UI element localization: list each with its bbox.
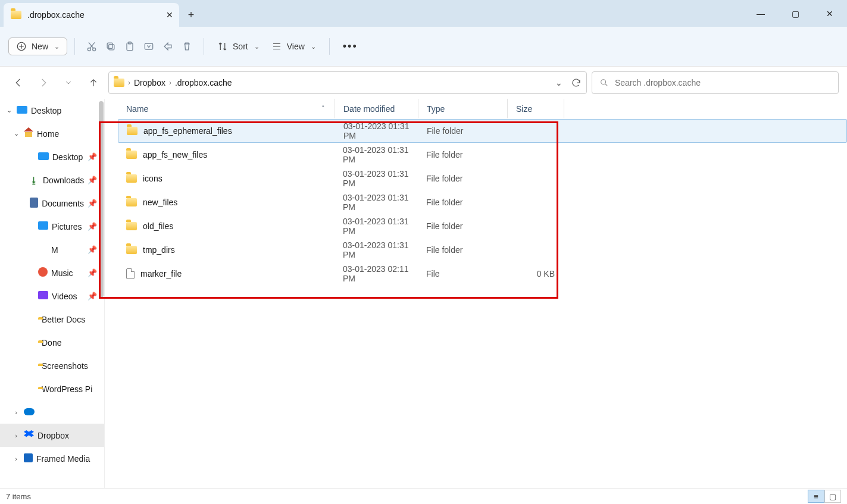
new-tab-button[interactable]: + [179, 3, 203, 27]
copy-button[interactable] [101, 37, 120, 56]
chevron-right-icon: › [12, 432, 20, 439]
sort-button[interactable]: Sort ⌄ [211, 37, 265, 55]
new-button[interactable]: New ⌄ [8, 37, 67, 55]
chevron-down-icon: ⌄ [254, 43, 260, 51]
column-header-type[interactable]: Type [418, 99, 507, 118]
up-button[interactable] [83, 73, 104, 93]
plus-circle-icon [16, 41, 27, 52]
sidebar-item[interactable]: Screenshots [0, 354, 104, 377]
pin-icon: 📌 [87, 245, 97, 254]
file-name: marker_file [140, 269, 182, 278]
svg-rect-3 [109, 45, 114, 50]
folder-icon [126, 151, 137, 159]
search-input[interactable] [615, 78, 831, 87]
sidebar: ⌄Desktop⌄HomeDesktop📌⭳Downloads📌Document… [0, 99, 104, 488]
minimize-button[interactable]: — [743, 0, 778, 27]
cut-button[interactable] [82, 37, 101, 56]
file-row[interactable]: app_fs_ephemeral_files03-01-2023 01:31 P… [118, 119, 847, 143]
svg-point-1 [87, 48, 90, 51]
file-name: icons [143, 174, 162, 183]
scroll-thumb[interactable] [99, 101, 104, 298]
forward-button[interactable] [33, 73, 54, 93]
chevron-down-icon[interactable]: ⌄ [555, 78, 562, 87]
sidebar-item-label: Better Docs [42, 315, 85, 324]
sidebar-item[interactable]: Done [0, 331, 104, 354]
sidebar-item[interactable]: Desktop📌 [0, 145, 104, 168]
sidebar-scrollbar[interactable] [98, 99, 104, 488]
close-tab-button[interactable]: ✕ [166, 10, 173, 20]
view-details-button[interactable]: ≡ [808, 490, 824, 503]
sidebar-item[interactable]: ⭳Downloads📌 [0, 168, 104, 192]
chevron-right-icon: › [169, 79, 171, 87]
sidebar-item[interactable]: Videos📌 [0, 284, 104, 308]
sidebar-item[interactable]: ⌄Desktop [0, 99, 104, 122]
view-thumbnails-button[interactable]: ▢ [824, 490, 841, 503]
svg-rect-4 [107, 43, 112, 48]
column-header-name[interactable]: Name [118, 99, 312, 118]
sidebar-item[interactable]: › [0, 400, 104, 424]
sidebar-item-icon [24, 408, 35, 417]
sidebar-item[interactable]: Music📌 [0, 261, 104, 284]
sidebar-item[interactable]: M📌 [0, 238, 104, 261]
sidebar-item-label: Pictures [52, 222, 82, 231]
title-bar: .dropbox.cache ✕ + — ▢ ✕ [0, 0, 847, 27]
breadcrumb-bar[interactable]: › Dropbox › .dropbox.cache ⌄ [108, 71, 587, 94]
pin-icon: 📌 [87, 268, 97, 277]
sidebar-item-label: Dropbox [37, 431, 69, 440]
folder-icon [126, 222, 137, 230]
sidebar-item[interactable]: ›Framed Media [0, 447, 104, 470]
share-button[interactable] [158, 37, 177, 56]
window-tab[interactable]: .dropbox.cache ✕ [4, 3, 179, 27]
sidebar-item-label: Done [42, 338, 61, 348]
delete-button[interactable] [177, 37, 196, 56]
file-row[interactable]: new_files03-01-2023 01:31 PMFile folder [118, 190, 847, 214]
back-button[interactable] [8, 73, 29, 93]
sidebar-item[interactable]: WordPress Pi [0, 377, 104, 400]
search-box[interactable] [592, 71, 839, 94]
file-row[interactable]: app_fs_new_files03-01-2023 01:31 PMFile … [118, 143, 847, 167]
sidebar-item-label: Screenshots [42, 361, 88, 371]
sort-icon [217, 41, 228, 52]
status-item-count: 7 items [6, 492, 31, 501]
column-header-size[interactable]: Size [507, 99, 564, 118]
sidebar-item[interactable]: Documents📌 [0, 192, 104, 215]
file-name: app_fs_new_files [143, 150, 207, 159]
file-type: File folder [427, 126, 463, 136]
nav-row: › Dropbox › .dropbox.cache ⌄ [0, 67, 847, 99]
breadcrumb-item[interactable]: Dropbox [134, 78, 165, 87]
recent-button[interactable] [58, 73, 79, 93]
file-type: File folder [426, 245, 462, 255]
breadcrumb-item[interactable]: .dropbox.cache [175, 78, 232, 87]
pin-icon: 📌 [87, 292, 97, 300]
maximize-button[interactable]: ▢ [778, 0, 812, 27]
folder-icon [11, 11, 21, 19]
view-button[interactable]: View ⌄ [265, 37, 322, 55]
file-type: File [426, 269, 440, 278]
file-row[interactable]: marker_file03-01-2023 02:11 PMFile0 KB [118, 262, 847, 286]
sidebar-item[interactable]: Better Docs [0, 308, 104, 331]
sidebar-item-icon [38, 291, 48, 301]
refresh-icon[interactable] [571, 77, 582, 88]
close-window-button[interactable]: ✕ [812, 0, 847, 27]
file-row[interactable]: icons03-01-2023 01:31 PMFile folder [118, 167, 847, 190]
view-label: View [287, 42, 305, 51]
file-type: File folder [426, 150, 462, 159]
rename-button[interactable] [139, 37, 158, 56]
sidebar-item[interactable]: Pictures📌 [0, 215, 104, 238]
sidebar-item-label: Desktop [31, 106, 61, 115]
chevron-right-icon: › [12, 409, 20, 416]
sidebar-item-icon [17, 106, 27, 115]
file-date: 03-01-2023 02:11 PM [343, 264, 418, 283]
file-type: File folder [426, 221, 462, 231]
file-row[interactable]: tmp_dirs03-01-2023 01:31 PMFile folder [118, 238, 847, 262]
folder-icon [114, 79, 124, 87]
column-header-row: Name ˄ Date modified Type Size [118, 99, 847, 119]
column-header-date[interactable]: Date modified [335, 99, 418, 118]
file-row[interactable]: old_files03-01-2023 01:31 PMFile folder [118, 214, 847, 238]
paste-button[interactable] [120, 37, 139, 56]
divider [204, 38, 204, 55]
sidebar-item[interactable]: ›Dropbox [0, 424, 104, 447]
more-button[interactable]: ••• [337, 37, 364, 57]
sidebar-item[interactable]: ⌄Home [0, 122, 104, 145]
search-icon [599, 78, 609, 87]
